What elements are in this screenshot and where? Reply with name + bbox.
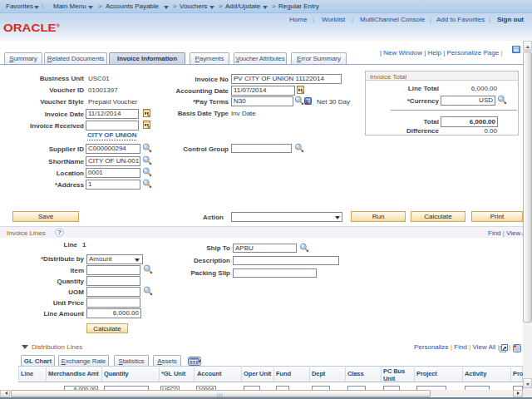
svg-text:?: ?	[57, 229, 62, 236]
